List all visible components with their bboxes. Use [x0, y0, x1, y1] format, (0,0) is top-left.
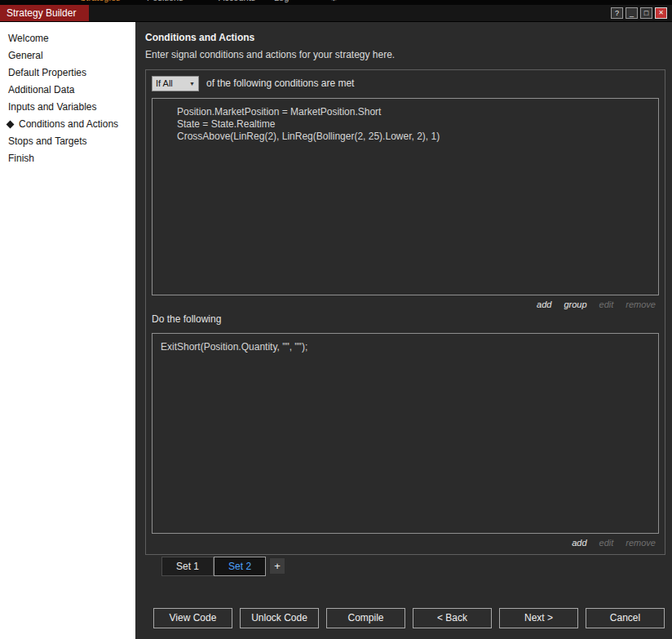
sidebar-item-finish[interactable]: Finish: [0, 150, 135, 167]
title-bar: Strategy Builder ? _ □ ✕: [0, 5, 672, 22]
conditions-list[interactable]: Position.MarketPosition = MarketPosition…: [152, 98, 659, 295]
sidebar-item-general[interactable]: General: [0, 47, 135, 64]
back-button[interactable]: < Back: [413, 608, 492, 628]
match-type-value: If All: [156, 78, 173, 88]
conditions-link-row: add group edit remove: [152, 300, 656, 311]
sidebar-item-stops-and-targets[interactable]: Stops and Targets: [0, 133, 135, 150]
help-button[interactable]: ?: [611, 7, 623, 19]
condition-add-link[interactable]: add: [537, 300, 551, 311]
tab-set-1[interactable]: Set 1: [161, 557, 214, 576]
match-suffix-label: of the following conditions are met: [206, 78, 354, 89]
action-line[interactable]: ExitShort(Position.Quantity, "", "");: [161, 341, 653, 353]
menubar-item-log[interactable]: Log: [274, 0, 289, 2]
bottom-button-row: View Code Unlock Code Compile < Back Nex…: [145, 608, 665, 628]
gear-icon[interactable]: ⚙: [329, 0, 338, 3]
condition-remove-link: remove: [626, 300, 656, 311]
condition-edit-link: edit: [599, 300, 614, 311]
maximize-button[interactable]: □: [640, 7, 652, 19]
sidebar-item-default-properties[interactable]: Default Properties: [0, 64, 135, 82]
condition-match-row: If All ▼ of the following conditions are…: [152, 75, 659, 91]
condition-line[interactable]: CrossAbove(LinReg(2), LinReg(Bollinger(2…: [177, 131, 653, 143]
add-set-button[interactable]: +: [269, 557, 285, 575]
sidebar-item-welcome[interactable]: Welcome: [0, 30, 135, 47]
window-title: Strategy Builder: [0, 5, 89, 21]
chevron-down-icon: ▼: [189, 81, 195, 87]
view-code-button[interactable]: View Code: [153, 608, 232, 628]
action-add-link[interactable]: add: [572, 538, 586, 549]
condition-group-link[interactable]: group: [564, 300, 586, 311]
wizard-sidebar: Welcome General Default Properties Addit…: [0, 22, 135, 639]
conditions-panel: If All ▼ of the following conditions are…: [145, 69, 665, 555]
diamond-icon: [7, 121, 15, 129]
sidebar-item-conditions-and-actions[interactable]: Conditions and Actions: [0, 116, 135, 133]
minimize-button[interactable]: _: [626, 7, 638, 19]
unlock-code-button[interactable]: Unlock Code: [240, 608, 319, 628]
actions-list[interactable]: ExitShort(Position.Quantity, "", "");: [152, 333, 659, 534]
actions-link-row: add edit remove: [152, 538, 656, 549]
menubar-item-strategies[interactable]: Strategies: [80, 0, 121, 2]
action-edit-link: edit: [599, 538, 614, 549]
sidebar-item-additional-data[interactable]: Additional Data: [0, 82, 135, 99]
window-controls: ? _ □ ✕: [611, 5, 672, 21]
menubar-item-positions[interactable]: Positions: [147, 0, 183, 2]
main-pane: Conditions and Actions Enter signal cond…: [135, 22, 672, 639]
sidebar-item-inputs-and-variables[interactable]: Inputs and Variables: [0, 99, 135, 116]
page-title: Conditions and Actions: [145, 32, 665, 43]
set-tab-strip: Set 1 Set 2 +: [161, 557, 665, 577]
condition-line[interactable]: State = State.Realtime: [177, 118, 653, 131]
window-content: Welcome General Default Properties Addit…: [0, 22, 672, 639]
page-subtitle: Enter signal conditions and actions for …: [145, 49, 665, 60]
match-type-dropdown[interactable]: If All ▼: [152, 76, 199, 91]
actions-section-label: Do the following: [152, 313, 659, 326]
sidebar-item-label: Conditions and Actions: [19, 119, 118, 130]
compile-button[interactable]: Compile: [326, 608, 405, 628]
cancel-button[interactable]: Cancel: [586, 608, 665, 628]
next-button[interactable]: Next >: [499, 608, 578, 628]
strategy-builder-window: Strategies Positions Accounts Log ⚙ Stra…: [0, 0, 672, 639]
background-menubar: Strategies Positions Accounts Log ⚙: [0, 0, 672, 5]
action-remove-link: remove: [626, 538, 656, 549]
condition-line[interactable]: Position.MarketPosition = MarketPosition…: [177, 106, 653, 118]
close-button[interactable]: ✕: [655, 7, 667, 19]
menubar-item-accounts[interactable]: Accounts: [219, 0, 255, 2]
tab-set-2[interactable]: Set 2: [214, 557, 266, 576]
